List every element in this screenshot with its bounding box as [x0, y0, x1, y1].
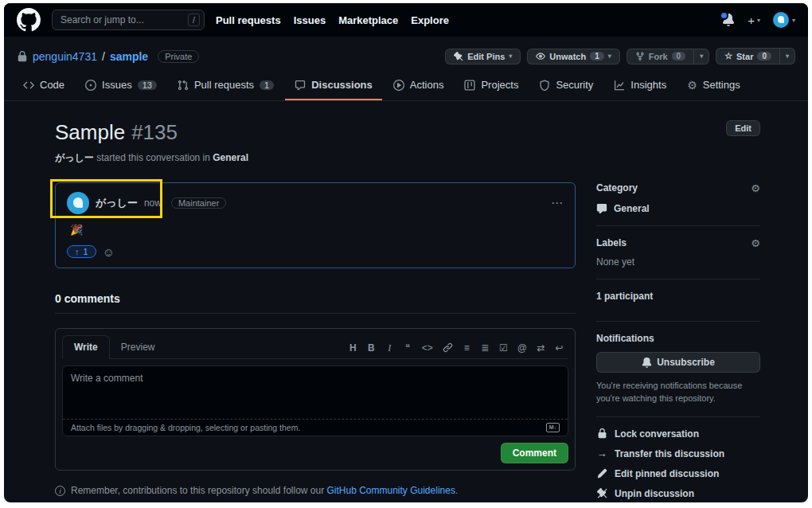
- sidebar-labels-section: Labels ⚙ None yet: [596, 237, 760, 279]
- star-button[interactable]: ☆ Star 0: [716, 48, 780, 64]
- discussion-page: Sample#135 Edit がっしー started this conver…: [4, 101, 808, 502]
- edit-title-button[interactable]: Edit: [726, 120, 760, 136]
- tab-insights[interactable]: Insights: [604, 72, 676, 100]
- discussion-title: Sample: [55, 120, 125, 144]
- arrow-up-icon: ↑: [75, 247, 80, 256]
- cross-reference-icon[interactable]: ⇄: [537, 343, 545, 353]
- add-reaction-icon[interactable]: ☺: [103, 246, 115, 258]
- author-avatar[interactable]: [67, 192, 89, 214]
- issue-opened-icon: [85, 80, 96, 91]
- unordered-list-icon[interactable]: ≡: [463, 343, 471, 353]
- form-footer: Comment: [62, 443, 568, 463]
- user-menu[interactable]: ▾: [773, 12, 795, 28]
- fork-label: Fork: [649, 52, 668, 61]
- upvote-reaction-button[interactable]: ↑1: [67, 245, 96, 258]
- chevron-down-icon: ▾: [608, 53, 611, 60]
- info-icon: i: [55, 486, 65, 496]
- comment-timestamp[interactable]: now: [144, 197, 162, 209]
- lock-conversation-action[interactable]: Lock conversation: [596, 428, 760, 440]
- tab-preview[interactable]: Preview: [110, 336, 166, 358]
- unsubscribe-button[interactable]: Unsubscribe: [596, 352, 760, 373]
- avatar: [773, 12, 789, 28]
- action-label: Unpin discussion: [615, 488, 694, 499]
- discussion-byline: がっしー started this conversation in Genera…: [55, 151, 760, 165]
- attach-files-bar[interactable]: Attach files by dragging & dropping, sel…: [63, 419, 568, 436]
- comment-author[interactable]: がっしー: [96, 196, 138, 210]
- link-icon[interactable]: [443, 342, 453, 353]
- discussion-comment: がっしー now Maintainer ⋯ 🎉 ↑1 ☺: [55, 182, 576, 268]
- community-guidelines-link[interactable]: GitHub Community Guidelines: [327, 485, 455, 496]
- github-logo-icon[interactable]: [17, 8, 41, 32]
- mention-icon[interactable]: @: [517, 343, 527, 353]
- ordered-list-icon[interactable]: ≣: [481, 343, 490, 353]
- byline-category-link[interactable]: General: [213, 152, 248, 163]
- discussion-title-row: Sample#135 Edit: [55, 120, 760, 145]
- sidebar-category-section: Category ⚙ General: [596, 182, 760, 226]
- discussion-main: がっしー now Maintainer ⋯ 🎉 ↑1 ☺ 0 comments: [55, 182, 576, 496]
- eye-icon: [536, 52, 545, 61]
- tab-label: Issues: [102, 79, 132, 91]
- italic-icon[interactable]: I: [385, 343, 394, 353]
- star-dropdown-button[interactable]: ▾: [779, 48, 795, 64]
- star-label: Star: [736, 52, 753, 61]
- tab-security[interactable]: Security: [529, 72, 603, 100]
- tab-write[interactable]: Write: [62, 335, 110, 359]
- comment-textarea[interactable]: [63, 366, 568, 419]
- code-icon: [23, 80, 34, 91]
- nav-pull-requests[interactable]: Pull requests: [216, 14, 281, 26]
- tab-code[interactable]: Code: [14, 72, 74, 100]
- tab-pull-requests[interactable]: Pull requests 1: [168, 72, 283, 100]
- guidelines-text: Remember, contributions to this reposito…: [71, 485, 458, 496]
- fork-dropdown-button[interactable]: ▾: [693, 49, 709, 64]
- comment-submit-button[interactable]: Comment: [501, 443, 568, 463]
- bell-icon[interactable]: [722, 14, 735, 26]
- edit-pinned-discussion-action[interactable]: Edit pinned discussion: [596, 468, 760, 479]
- category-value-row[interactable]: General: [596, 203, 760, 214]
- unwatch-label: Unwatch: [549, 52, 586, 61]
- quote-icon[interactable]: “: [404, 343, 412, 353]
- tab-label: Code: [40, 79, 64, 91]
- code-icon[interactable]: <>: [422, 343, 433, 353]
- nav-explore[interactable]: Explore: [411, 14, 449, 26]
- repo-name-link[interactable]: sample: [110, 50, 148, 63]
- gear-icon[interactable]: ⚙: [751, 238, 760, 248]
- participants-heading: 1 participant: [596, 291, 653, 302]
- unpin-discussion-action[interactable]: Unpin discussion: [596, 488, 760, 499]
- edit-pins-button[interactable]: Edit Pins ▾: [445, 49, 521, 64]
- star-count: 0: [757, 52, 771, 61]
- kebab-menu-icon[interactable]: ⋯: [551, 196, 564, 210]
- play-icon: [393, 80, 404, 91]
- byline-author[interactable]: がっしー: [55, 152, 94, 163]
- pencil-icon: [596, 468, 607, 479]
- gear-icon[interactable]: ⚙: [751, 183, 760, 193]
- tab-projects[interactable]: Projects: [455, 72, 528, 100]
- saved-reply-icon[interactable]: ↩: [555, 343, 564, 353]
- global-header: / Pull requests Issues Marketplace Explo…: [4, 3, 808, 37]
- graph-icon: [614, 80, 625, 91]
- heading-icon[interactable]: H: [349, 343, 357, 353]
- gear-icon: ⚙: [687, 80, 697, 91]
- search-input[interactable]: [52, 10, 205, 30]
- pin-icon: [454, 52, 463, 61]
- tab-label: Pull requests: [194, 79, 254, 91]
- edit-pins-label: Edit Pins: [467, 52, 505, 61]
- tab-label: Discussions: [311, 79, 373, 91]
- nav-marketplace[interactable]: Marketplace: [338, 14, 398, 26]
- unwatch-button[interactable]: Unwatch 1 ▾: [527, 49, 619, 64]
- tab-actions[interactable]: Actions: [384, 72, 454, 100]
- chevron-down-icon: ▾: [757, 17, 760, 24]
- chevron-down-icon: ▾: [792, 17, 795, 24]
- tab-settings[interactable]: ⚙ Settings: [677, 72, 750, 100]
- transfer-discussion-action[interactable]: → Transfer this discussion: [596, 448, 760, 459]
- repo-owner-link[interactable]: penguin4731: [33, 50, 97, 63]
- repo-forked-icon: [635, 52, 645, 61]
- comments-count-heading: 0 comments: [55, 292, 576, 314]
- fork-button[interactable]: Fork 0: [627, 49, 694, 64]
- repo-header: penguin4731 / sample Private Edit Pins ▾…: [4, 37, 808, 72]
- create-new-menu[interactable]: +▾: [748, 14, 760, 27]
- tasklist-icon[interactable]: ☑: [499, 343, 508, 353]
- bold-icon[interactable]: B: [367, 343, 376, 353]
- nav-issues[interactable]: Issues: [294, 14, 326, 26]
- tab-discussions[interactable]: Discussions: [285, 72, 382, 100]
- tab-issues[interactable]: Issues 13: [76, 72, 166, 100]
